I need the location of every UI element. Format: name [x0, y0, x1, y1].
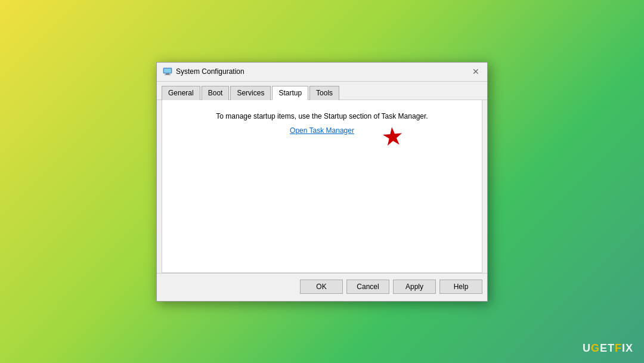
close-button[interactable]: ✕ [469, 65, 482, 78]
svg-rect-2 [165, 75, 171, 75]
title-bar: System Configuration ✕ [157, 63, 487, 82]
apply-button[interactable]: Apply [393, 280, 436, 294]
svg-rect-1 [166, 73, 169, 75]
svg-rect-3 [164, 69, 171, 73]
tab-startup[interactable]: Startup [272, 86, 308, 100]
content-area: To manage startup items, use the Startup… [162, 100, 482, 273]
help-button[interactable]: Help [439, 280, 482, 294]
cancel-button[interactable]: Cancel [346, 280, 389, 294]
startup-message: To manage startup items, use the Startup… [174, 112, 470, 120]
ok-button[interactable]: OK [300, 280, 343, 294]
watermark: UGETFIX [583, 342, 633, 355]
buttons-area: OK Cancel Apply Help [157, 273, 487, 301]
title-bar-left: System Configuration [163, 67, 244, 76]
open-task-manager-link[interactable]: Open Task Manager [174, 126, 470, 135]
tab-boot[interactable]: Boot [202, 86, 230, 100]
dialog-icon [163, 67, 172, 76]
dialog-title: System Configuration [176, 67, 244, 76]
tab-services[interactable]: Services [230, 86, 271, 100]
tab-general[interactable]: General [162, 86, 200, 100]
tab-tools[interactable]: Tools [309, 86, 339, 100]
tabs-container: General Boot Services Startup Tools [157, 82, 487, 100]
system-configuration-dialog: System Configuration ✕ General Boot Serv… [156, 62, 488, 302]
